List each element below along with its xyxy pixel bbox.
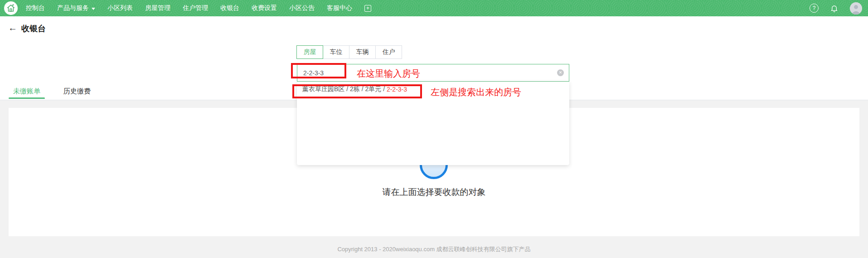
avatar[interactable]: [850, 2, 862, 15]
nav-item-community-notice[interactable]: 小区公告: [289, 4, 315, 12]
room-search-box: ✕: [297, 64, 569, 82]
type-tab-house[interactable]: 房屋: [296, 45, 323, 59]
bell-icon[interactable]: [830, 4, 839, 13]
tab-unpaid-bills[interactable]: 未缴账单: [9, 87, 45, 96]
nav-item-community-list[interactable]: 小区列表: [107, 4, 133, 12]
copyright-text: Copyright 2013 - 2020weixiaoqu.com 成都云联峰…: [0, 245, 868, 253]
type-tab-vehicle[interactable]: 车辆: [349, 45, 376, 59]
back-arrow-icon[interactable]: ←: [8, 23, 17, 33]
search-result-item[interactable]: 薰衣草庄园B区 / 2栋 / 2单元 / 2-2-3-3: [297, 82, 569, 97]
result-prefix: 薰衣草庄园B区 / 2栋 / 2单元 /: [302, 85, 387, 93]
help-icon[interactable]: ?: [810, 4, 819, 13]
nav-item-resident-management[interactable]: 住户管理: [183, 4, 208, 12]
search-results-dropdown: 薰衣草庄园B区 / 2栋 / 2单元 / 2-2-3-3: [297, 82, 569, 165]
page-title: 收银台: [21, 23, 46, 34]
clear-input-icon[interactable]: ✕: [557, 69, 564, 76]
plus-square-icon[interactable]: +: [364, 5, 371, 12]
navbar-right: ?: [810, 0, 862, 16]
nav-item-products-services-label: 产品与服务: [57, 4, 89, 12]
type-tab-resident[interactable]: 住户: [375, 45, 402, 59]
chevron-down-icon: [92, 8, 95, 10]
nav-menu: 控制台 产品与服务 小区列表 房屋管理 住户管理 收银台 收费设置 小区公告 客…: [26, 0, 371, 16]
result-match-text: 2-2-3-3: [387, 86, 407, 93]
cashier-page: 控制台 产品与服务 小区列表 房屋管理 住户管理 收银台 收费设置 小区公告 客…: [0, 0, 868, 258]
nav-item-console[interactable]: 控制台: [26, 4, 45, 12]
nav-item-cashier[interactable]: 收银台: [220, 4, 239, 12]
nav-item-fee-settings[interactable]: 收费设置: [252, 4, 277, 12]
empty-state-message: 请在上面选择要收款的对象: [0, 186, 868, 198]
nav-item-house-management[interactable]: 房屋管理: [145, 4, 170, 12]
nav-item-products-services[interactable]: 产品与服务: [57, 4, 95, 12]
top-navbar: 控制台 产品与服务 小区列表 房屋管理 住户管理 收银台 收费设置 小区公告 客…: [0, 0, 868, 16]
room-search-input[interactable]: [297, 64, 557, 81]
active-tab-underline: [9, 97, 45, 99]
tab-payment-history[interactable]: 历史缴费: [59, 87, 95, 96]
type-tab-parking-space[interactable]: 车位: [323, 45, 349, 59]
nav-item-service-center[interactable]: 客服中心: [327, 4, 352, 12]
house-logo-icon: [6, 3, 16, 13]
app-logo[interactable]: [4, 1, 18, 15]
object-type-tabs: 房屋 车位 车辆 住户: [297, 45, 402, 59]
